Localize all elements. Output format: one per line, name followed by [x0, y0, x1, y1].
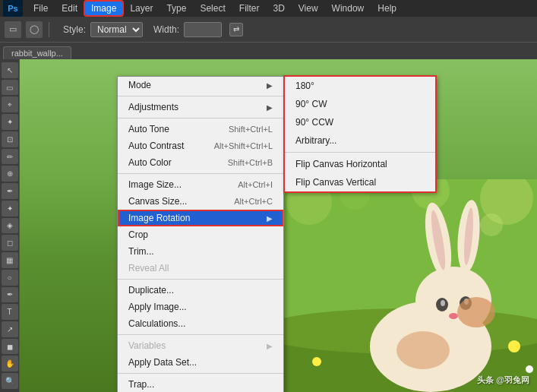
selection-ellipse-icon[interactable]: ◯ [26, 21, 43, 38]
tool-move[interactable]: ↖ [2, 62, 18, 78]
menu-item-apply-image[interactable]: Apply Image... [118, 299, 283, 315]
menu-3d[interactable]: 3D [267, 2, 290, 15]
style-label: Style: [63, 24, 86, 35]
toolbar: ▭ ◯ Style: Normal Width: ⇄ [0, 17, 537, 43]
width-label: Width: [153, 24, 179, 35]
menu-bar: Ps File Edit Image Layer Type Select Fil… [0, 0, 537, 17]
menu-item-mode[interactable]: Mode ▶ [118, 77, 283, 93]
tool-clone[interactable]: ✦ [2, 201, 18, 217]
menu-item-image-rotation[interactable]: Image Rotation ▶ [118, 210, 283, 226]
svg-point-21 [312, 357, 321, 366]
menu-file[interactable]: File [27, 2, 54, 15]
submenu-item-flip-h[interactable]: Flip Canvas Horizontal [285, 155, 435, 173]
tool-eyedropper[interactable]: ✏ [2, 149, 18, 165]
menu-layer[interactable]: Layer [124, 2, 159, 15]
menu-item-auto-contrast[interactable]: Auto Contrast Alt+Shift+Ctrl+L [118, 138, 283, 154]
tool-marquee[interactable]: ▭ [2, 80, 18, 96]
menu-item-trap[interactable]: Trap... [118, 376, 283, 392]
svg-point-22 [508, 340, 520, 352]
sep-2 [118, 118, 283, 119]
image-dropdown-menu[interactable]: Mode ▶ Adjustments ▶ Auto Tone Shift+Ctr… [117, 76, 284, 392]
menu-edit[interactable]: Edit [55, 2, 84, 15]
style-select[interactable]: Normal [90, 22, 143, 37]
svg-point-19 [457, 297, 495, 327]
tab-rabbit[interactable]: rabbit_wallp... [3, 46, 71, 59]
toolbar-divider-1 [49, 22, 49, 37]
svg-point-18 [449, 313, 458, 319]
tab-bar: rabbit_wallp... [0, 43, 537, 59]
toolbox: ↖ ▭ ⌖ ✦ ⊡ ✏ ⊕ ✒ ✦ ◈ ◻ ▦ ○ ✒ T ↗ ◼ ✋ 🔍 [0, 59, 20, 392]
tool-type[interactable]: T [2, 304, 18, 320]
menu-item-adjustments[interactable]: Adjustments ▶ [118, 99, 283, 115]
submenu-item-180[interactable]: 180° [285, 77, 435, 95]
tool-dodge[interactable]: ○ [2, 270, 18, 286]
sep-1 [118, 96, 283, 96]
sep-6 [118, 373, 283, 374]
menu-item-auto-tone[interactable]: Auto Tone Shift+Ctrl+L [118, 121, 283, 138]
svg-point-5 [480, 213, 503, 236]
tool-brush[interactable]: ✒ [2, 183, 18, 199]
tool-shape[interactable]: ◼ [2, 339, 18, 355]
canvas-area: 头条 @羽兔网 Mode ▶ Adjustments ▶ Auto Tone S… [20, 59, 537, 392]
menu-item-variables: Variables ▶ [118, 337, 283, 354]
menu-window[interactable]: Window [326, 2, 371, 15]
menu-item-apply-data-set[interactable]: Apply Data Set... [118, 354, 283, 371]
submenu-item-90ccw[interactable]: 90° CCW [285, 113, 435, 131]
sep-3 [118, 173, 283, 174]
tool-lasso[interactable]: ⌖ [2, 96, 18, 112]
menu-image[interactable]: Image [85, 2, 122, 15]
tool-eraser[interactable]: ◻ [2, 235, 18, 251]
width-swap-icon[interactable]: ⇄ [229, 23, 243, 36]
menu-filter[interactable]: Filter [233, 2, 266, 15]
canvas-image [279, 179, 537, 392]
submenu-item-arbitrary[interactable]: Arbitrary... [285, 131, 435, 150]
svg-point-23 [526, 365, 533, 373]
menu-item-reveal-all: Reveal All [118, 260, 283, 277]
svg-point-16 [441, 300, 445, 306]
menu-item-auto-color[interactable]: Auto Color Shift+Ctrl+B [118, 154, 283, 171]
submenu-item-90cw[interactable]: 90° CW [285, 95, 435, 113]
menu-item-trim[interactable]: Trim... [118, 243, 283, 260]
rotation-submenu[interactable]: 180° 90° CW 90° CCW Arbitrary... Flip Ca… [284, 76, 436, 192]
selection-rect-icon[interactable]: ▭ [5, 21, 21, 38]
ps-logo: Ps [3, 0, 23, 17]
menu-select[interactable]: Select [194, 2, 231, 15]
menu-item-calculations[interactable]: Calculations... [118, 315, 283, 332]
sep-4 [118, 279, 283, 280]
menu-type[interactable]: Type [160, 2, 192, 15]
menu-item-canvas-size[interactable]: Canvas Size... Alt+Ctrl+C [118, 193, 283, 210]
menu-item-duplicate[interactable]: Duplicate... [118, 282, 283, 299]
tool-zoom[interactable]: 🔍 [2, 373, 18, 389]
sep-5 [118, 334, 283, 335]
tool-hand[interactable]: ✋ [2, 356, 18, 371]
menu-item-crop[interactable]: Crop [118, 226, 283, 243]
width-input[interactable] [184, 22, 222, 37]
tool-pen[interactable]: ✒ [2, 287, 18, 303]
submenu-item-flip-v[interactable]: Flip Canvas Vertical [285, 173, 435, 191]
tool-heal[interactable]: ⊕ [2, 166, 18, 182]
submenu-sep-1 [285, 152, 435, 153]
menu-help[interactable]: Help [371, 2, 403, 15]
tool-crop[interactable]: ⊡ [2, 131, 18, 147]
tool-gradient[interactable]: ▦ [2, 252, 18, 268]
tool-quick-select[interactable]: ✦ [2, 114, 18, 130]
menu-view[interactable]: View [292, 2, 324, 15]
tool-path-select[interactable]: ↗ [2, 321, 18, 337]
main-area: ↖ ▭ ⌖ ✦ ⊡ ✏ ⊕ ✒ ✦ ◈ ◻ ▦ ○ ✒ T ↗ ◼ ✋ 🔍 [0, 59, 537, 392]
svg-point-20 [396, 331, 450, 369]
watermark: 头条 @羽兔网 [477, 375, 529, 386]
tool-history[interactable]: ◈ [2, 218, 18, 234]
menu-item-image-size[interactable]: Image Size... Alt+Ctrl+I [118, 176, 283, 193]
